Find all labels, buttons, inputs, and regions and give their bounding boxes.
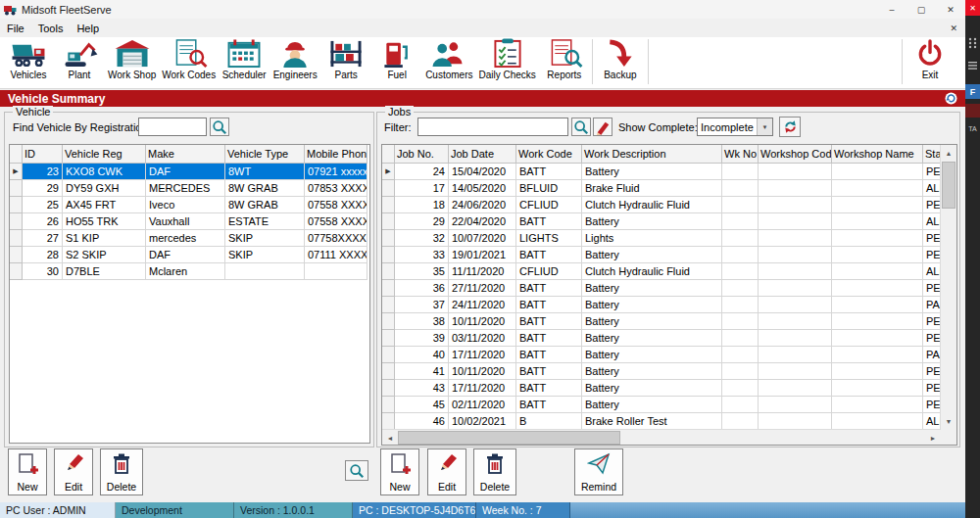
column-header[interactable]: Vehicle Reg	[63, 145, 146, 164]
cell[interactable]	[722, 363, 759, 380]
cell[interactable]	[722, 397, 759, 413]
cell[interactable]: 22/04/2020	[449, 213, 516, 230]
table-row[interactable]: 4610/02/2021BBrake Roller TestALL	[382, 413, 941, 430]
close-button[interactable]: ✕	[936, 0, 965, 19]
cell[interactable]: PENDING	[923, 230, 941, 247]
cell[interactable]: 14/05/2020	[449, 180, 516, 197]
cell[interactable]: 28	[23, 247, 63, 263]
row-header-cell[interactable]	[382, 397, 395, 413]
header-corner[interactable]	[10, 145, 23, 164]
cell[interactable]	[722, 380, 759, 397]
toolbar-parts-button[interactable]: Parts	[320, 37, 371, 87]
cell[interactable]: 38	[395, 313, 449, 330]
table-row[interactable]: 4317/11/2020BATTBatteryPENDING	[382, 380, 941, 397]
toolbar-fuel-button[interactable]: Fuel	[371, 37, 422, 87]
cell[interactable]: 11/11/2020	[449, 263, 516, 280]
cell[interactable]	[832, 263, 923, 280]
child-window-close-button[interactable]: ✕	[950, 24, 957, 33]
jobs-refresh-button[interactable]	[779, 117, 801, 137]
cell[interactable]: 37	[395, 297, 449, 313]
cell[interactable]: PENDING	[923, 330, 941, 347]
row-header-cell[interactable]	[10, 180, 23, 197]
column-header[interactable]: Job Date	[449, 145, 516, 164]
cell[interactable]: BATT	[516, 280, 582, 297]
table-row[interactable]: 1714/05/2020BFLUIDBrake FluidALL	[382, 180, 941, 197]
row-header-cell[interactable]: ▶	[382, 164, 395, 180]
chevron-down-icon[interactable]: ▼	[757, 118, 772, 135]
cell[interactable]: Lights	[582, 230, 722, 247]
vehicle-edit-button[interactable]: Edit	[54, 448, 93, 495]
table-row[interactable]: 4110/11/2020BATTBatteryPENDING	[382, 363, 941, 380]
column-header[interactable]: Vehicle Type	[225, 145, 305, 164]
cell[interactable]: ESTATE	[225, 213, 305, 230]
cell[interactable]: 30	[23, 263, 63, 280]
cell[interactable]: Mclaren	[146, 263, 225, 280]
hamburger-menu-icon[interactable]	[965, 61, 980, 71]
scroll-down-arrow[interactable]: ▼	[941, 413, 956, 429]
table-row[interactable]: 26HO55 TRKVauxhallESTATE07558 XXXXXX	[10, 213, 368, 230]
cell[interactable]	[832, 213, 923, 230]
column-header[interactable]: Wk No	[722, 145, 759, 164]
column-header[interactable]: Status	[923, 145, 941, 164]
vehicle-delete-button[interactable]: Delete	[100, 448, 143, 495]
cell[interactable]: Battery	[582, 164, 722, 180]
cell[interactable]: PENDING	[923, 380, 941, 397]
filter-input[interactable]	[417, 118, 568, 136]
vehicle-new-button[interactable]: New	[8, 448, 47, 495]
cell[interactable]: PENDING	[923, 247, 941, 263]
cell[interactable]: Brake Roller Test	[582, 413, 722, 430]
cell[interactable]	[722, 330, 759, 347]
cell[interactable]	[832, 197, 923, 213]
cell[interactable]	[722, 347, 759, 363]
cell[interactable]: 25	[23, 197, 63, 213]
scroll-left-arrow[interactable]: ◄	[382, 430, 398, 446]
cell[interactable]	[305, 263, 368, 280]
table-row[interactable]: 2922/04/2020BATTBatteryALL	[382, 213, 941, 230]
cell[interactable]: PENDING	[923, 280, 941, 297]
cell[interactable]: 8W GRAB	[225, 180, 305, 197]
cell[interactable]: S1 KIP	[63, 230, 146, 247]
toolbar-workshop-button[interactable]: Work Shop	[105, 37, 159, 87]
remind-button[interactable]: Remind	[574, 448, 623, 495]
table-row[interactable]: 4017/11/2020BATTBatteryPARTS	[382, 347, 941, 363]
cell[interactable]: 36	[395, 280, 449, 297]
cell[interactable]: Battery	[582, 380, 722, 397]
cell[interactable]: Battery	[582, 397, 722, 413]
row-header-cell[interactable]	[10, 213, 23, 230]
cell[interactable]: 45	[395, 397, 449, 413]
cell[interactable]: 07921 xxxxxxx	[305, 164, 368, 180]
cell[interactable]	[225, 263, 305, 280]
row-header-cell[interactable]	[10, 230, 23, 247]
scroll-right-arrow[interactable]: ►	[925, 430, 941, 446]
column-header[interactable]: Workshop Code	[759, 145, 832, 164]
grid-dots-icon[interactable]	[965, 37, 980, 49]
cell[interactable]: Battery	[582, 347, 722, 363]
toolbar-vehicles-button[interactable]: Vehicles	[3, 37, 54, 87]
minimize-button[interactable]: –	[877, 0, 906, 19]
column-header[interactable]: Work Code	[516, 145, 582, 164]
cell[interactable]	[832, 247, 923, 263]
cell[interactable]: Brake Fluid	[582, 180, 722, 197]
column-header[interactable]: Work Description	[582, 145, 722, 164]
cell[interactable]	[722, 413, 759, 430]
cell[interactable]	[722, 197, 759, 213]
menu-file[interactable]: File	[0, 21, 31, 36]
cell[interactable]: B	[516, 413, 582, 430]
cell[interactable]: 33	[395, 247, 449, 263]
table-row[interactable]: 29DY59 GXHMERCEDES8W GRAB07853 XXXXXX	[10, 180, 368, 197]
row-header-cell[interactable]	[382, 180, 395, 197]
cell[interactable]: PENDING	[923, 397, 941, 413]
row-header-cell[interactable]	[10, 197, 23, 213]
cell[interactable]	[759, 413, 832, 430]
cell[interactable]: PARTS	[923, 347, 941, 363]
cell[interactable]: DY59 GXH	[63, 180, 146, 197]
cell[interactable]: BATT	[516, 164, 582, 180]
banner-refresh-icon[interactable]	[944, 91, 958, 106]
cell[interactable]	[832, 297, 923, 313]
row-header-cell[interactable]	[382, 413, 395, 430]
cell[interactable]: 07853 XXXXXX	[305, 180, 368, 197]
row-header-cell[interactable]	[382, 230, 395, 247]
cell[interactable]: BATT	[516, 397, 582, 413]
toolbar-backup-button[interactable]: Backup	[595, 37, 646, 87]
toolbar-customers-button[interactable]: Customers	[422, 37, 475, 87]
